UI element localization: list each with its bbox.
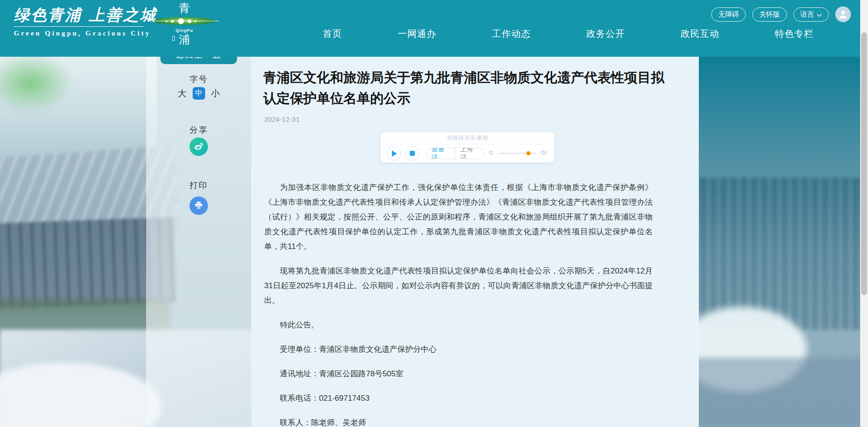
- font-size-label: 字号: [146, 74, 251, 85]
- user-avatar-button[interactable]: [835, 6, 851, 22]
- audio-player-title: 无障碍语音播报: [381, 132, 554, 144]
- accessibility-button[interactable]: 无障碍: [711, 7, 746, 22]
- photo-city-layer: [687, 178, 868, 330]
- paragraph: 通讯地址：青浦区公园路78号505室: [264, 367, 653, 381]
- main-nav: 首页 一网通办 工作动态 政务公开 政民互动 特色专栏: [323, 28, 814, 40]
- weibo-icon: [193, 141, 204, 153]
- print-label: 打印: [146, 180, 251, 191]
- volume-low-icon: [489, 149, 495, 158]
- paragraph: 现将第九批青浦区非物质文化遗产代表性项目拟认定保护单位名单向社会公示，公示期5天…: [264, 264, 653, 308]
- site-header: 绿色青浦 上善之城 Green Qingpu, Gracious City 青 …: [0, 0, 868, 57]
- care-version-button[interactable]: 关怀版: [752, 7, 787, 22]
- article-panel: 青浦区文化和旅游局关于第九批青浦区非物质文化遗产代表性项目拟认定保护单位名单的公…: [251, 57, 699, 427]
- article-body: 为加强本区非物质文化遗产保护工作，强化保护单位主体责任，根据《上海市非物质文化遗…: [264, 180, 653, 427]
- volume-high-icon: [540, 149, 548, 158]
- slogan-divider: [14, 26, 144, 27]
- photo-bottom-layer: [687, 358, 868, 427]
- chevron-down-icon: [817, 11, 822, 18]
- paragraph: 联系人：陈老师、吴老师: [264, 415, 653, 427]
- scrollbar-thumb[interactable]: [861, 32, 867, 295]
- nav-item-home[interactable]: 首页: [323, 28, 342, 40]
- nav-item-gov-info[interactable]: 政务公开: [586, 28, 625, 40]
- language-button[interactable]: 语言: [793, 7, 829, 22]
- font-size-large-button[interactable]: 大: [178, 88, 187, 100]
- volume-control: [489, 149, 548, 158]
- stop-button[interactable]: [405, 146, 419, 160]
- emblem-char-top: 青: [158, 1, 211, 15]
- paragraph: 为加强本区非物质文化遗产保护工作，强化保护单位主体责任，根据《上海市非物质文化遗…: [264, 180, 653, 254]
- paragraph: 特此公告。: [264, 318, 653, 332]
- slogan-chinese: 绿色青浦 上善之城: [14, 5, 157, 25]
- sidebar: 返回上一级 字号 大 中 小 分享 打印: [146, 57, 251, 427]
- font-size-medium-button[interactable]: 中: [193, 87, 205, 100]
- island-icon: [150, 16, 219, 26]
- nav-item-work-news[interactable]: 工作动态: [492, 28, 531, 40]
- qingpu-emblem: 青 QingPu 浦: [158, 1, 211, 46]
- audio-player: 无障碍语音播报 普通话 上海话: [380, 132, 555, 163]
- print-button[interactable]: [189, 196, 208, 215]
- paragraph: 受理单位：青浦区非物质文化遗产保护分中心: [264, 342, 653, 357]
- page-scrollbar[interactable]: [860, 0, 868, 427]
- emblem-seal: [172, 36, 175, 41]
- share-weibo-button[interactable]: [189, 137, 208, 156]
- lang-shanghainese-button[interactable]: 上海话: [455, 148, 484, 159]
- nav-item-interaction[interactable]: 政民互动: [680, 28, 719, 40]
- emblem-char-bottom: 浦: [158, 33, 211, 46]
- paragraph: 联系电话：021-69717453: [264, 391, 653, 406]
- font-size-switcher: 大 中 小: [146, 87, 251, 100]
- site-logo: 绿色青浦 上善之城 Green Qingpu, Gracious City: [14, 5, 157, 37]
- volume-handle[interactable]: [526, 151, 531, 155]
- play-button[interactable]: [387, 146, 401, 160]
- stop-icon: [410, 151, 415, 156]
- user-icon: [838, 8, 849, 21]
- volume-slider[interactable]: [499, 153, 537, 154]
- voice-language-toggle: 普通话 上海话: [426, 148, 484, 159]
- nav-item-services[interactable]: 一网通办: [398, 28, 437, 40]
- article-title: 青浦区文化和旅游局关于第九批青浦区非物质文化遗产代表性项目拟认定保护单位名单的公…: [263, 67, 671, 109]
- emblem-label: QingPu: [158, 28, 211, 33]
- share-label: 分享: [146, 125, 251, 136]
- nav-item-special[interactable]: 特色专栏: [775, 28, 814, 40]
- font-size-small-button[interactable]: 小: [211, 88, 220, 100]
- slogan-english: Green Qingpu, Gracious City: [14, 30, 157, 37]
- audio-player-controls: 普通话 上海话: [381, 144, 554, 162]
- printer-icon: [194, 201, 203, 211]
- header-actions: 无障碍 关怀版 语言: [711, 6, 851, 22]
- lang-mandarin-button[interactable]: 普通话: [427, 148, 455, 159]
- article-date: 2024-12-31: [264, 115, 699, 123]
- play-icon: [392, 150, 397, 157]
